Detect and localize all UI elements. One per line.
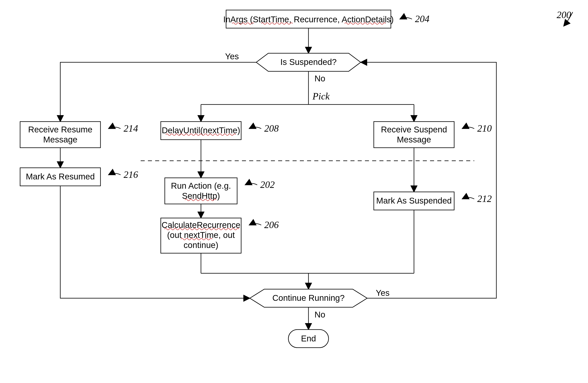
runaction-line1: Run Action (e.g. [171,181,231,191]
ref-214: 214 [124,123,138,134]
calc-line3: continue) [184,240,218,250]
ref-arrow-204 [400,18,412,19]
edge-continue-yes-loop [361,62,496,298]
mark-resumed-text: Mark As Resumed [26,172,95,181]
edge-suspended-yes [60,62,256,122]
node-receive-resume: Receive Resume Message [20,122,101,148]
receive-resume-line2: Message [43,135,77,144]
ref-212: 212 [477,193,492,204]
end-text: End [301,334,316,343]
label-no-suspended: No [315,74,325,83]
label-no-continue: No [315,310,325,319]
node-inargs: InArgs (StartTime, Recurrence, ActionDet… [223,10,394,28]
ref-arrow-208 [249,127,261,129]
ref-202: 202 [260,179,275,190]
label-pick: Pick [312,91,330,102]
ref-206: 206 [264,219,279,230]
node-mark-suspended: Mark As Suspended [374,192,454,210]
recvsuspend-line1: Receive Suspend [381,125,447,134]
label-yes-continue: Yes [376,288,390,298]
ref-arrow-206 [249,224,261,225]
ref-204: 204 [415,13,429,24]
ref-216: 216 [124,169,138,180]
recvsuspend-line2: Message [397,135,431,144]
ref-arrow-212 [462,197,474,199]
node-calc-recurrence: CalculateRecurrence (out nextTime, out c… [161,218,241,253]
inargs-text: InArgs (StartTime, Recurrence, ActionDet… [223,15,394,24]
continue-text: Continue Running? [272,293,345,303]
receive-resume-line1: Receive Resume [28,125,92,134]
node-delay-until: DelayUntil(nextTime) [161,122,241,140]
ref-arrow-214 [108,127,121,129]
node-continue-running: Continue Running? [250,289,367,307]
marksuspended-text: Mark As Suspended [376,196,452,205]
ref-arrow-202 [245,183,257,185]
ref-arrow-210 [462,127,474,129]
node-mark-resumed: Mark As Resumed [20,168,101,186]
node-end: End [288,330,329,348]
node-is-suspended: Is Suspended? [256,53,361,71]
ref-210: 210 [477,123,492,134]
ref-arrow-216 [108,173,121,175]
ref-208: 208 [264,123,279,134]
label-yes-suspended: Yes [225,52,239,61]
node-receive-suspend: Receive Suspend Message [374,122,454,148]
is-suspended-text: Is Suspended? [280,57,336,67]
flowchart: 200 InArgs (StartTime, Recurrence, Actio… [0,0,588,383]
node-run-action: Run Action (e.g. SendHttp) [165,178,237,204]
